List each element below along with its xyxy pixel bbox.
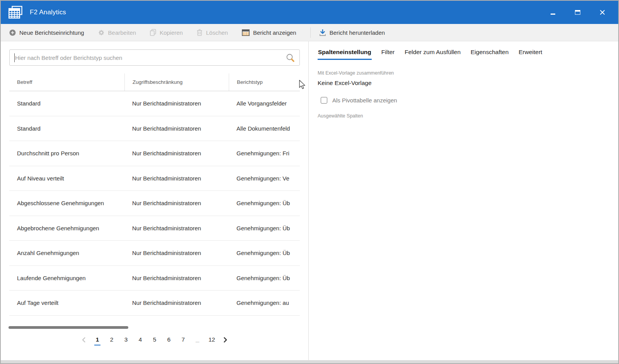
excel-template-label: Mit Excel-Vorlage zusammenführen xyxy=(318,70,609,76)
page-number-button[interactable]: 7 xyxy=(179,333,187,346)
maximize-button[interactable] xyxy=(574,9,581,16)
table-cell: Genehmigungen: Üb xyxy=(229,250,300,256)
table-cell: Nur Berichtadministratoren xyxy=(124,275,229,281)
window-controls xyxy=(549,9,618,16)
table-cell: Anzahl Genehmigungen xyxy=(9,250,124,256)
table-row[interactable]: Auf Tage verteiltNur Berichtadministrato… xyxy=(9,291,300,316)
page-title: F2 Analytics xyxy=(30,9,66,16)
titlebar: F2 Analytics xyxy=(1,1,618,24)
pivot-checkbox-label: Als Pivottabelle anzeigen xyxy=(332,97,397,104)
trash-icon xyxy=(197,29,202,36)
page-numbers: 1234567...12 xyxy=(93,333,216,346)
table-cell: Nur Berichtadministratoren xyxy=(124,200,229,206)
table-cell: Genehmigungen: au xyxy=(229,299,300,306)
table-cell: Genehmigungen: Üb xyxy=(229,200,300,206)
download-report-button[interactable]: Bericht herunterladen xyxy=(319,29,385,36)
search-icon[interactable] xyxy=(285,53,296,65)
plus-circle-icon xyxy=(9,29,16,36)
settings-tabs: Spalteneinstellung Filter Felder zum Aus… xyxy=(318,46,609,60)
tab-felder-zum-ausfuellen[interactable]: Felder zum Ausfüllen xyxy=(404,46,461,60)
close-button[interactable] xyxy=(599,9,606,16)
table-row[interactable]: Abgeschlossene GenehmigungenNur Berichta… xyxy=(9,191,300,216)
tab-erweitert[interactable]: Erweitert xyxy=(518,46,542,60)
table-row[interactable]: StandardNur BerichtadministratorenAlle D… xyxy=(9,116,300,141)
page-number-button[interactable]: 2 xyxy=(107,333,116,346)
main-area: Betreff Zugriffsbeschränkung Berichtstyp… xyxy=(1,41,618,360)
table-cell: Auf Niveau verteilt xyxy=(9,175,124,182)
page-number-button[interactable]: 1 xyxy=(93,333,102,346)
table-cell: Abgeschlossene Genehmigungen xyxy=(9,200,124,206)
table-cell: Nur Berichtadministratoren xyxy=(124,125,229,132)
chevron-right-icon xyxy=(223,337,228,343)
toolbar: Neue Berichtseinrichtung Bearbeiten Kopi… xyxy=(1,24,618,41)
tab-eigenschaften[interactable]: Eigenschaften xyxy=(470,46,509,60)
table-cell: Nur Berichtadministratoren xyxy=(124,150,229,156)
page-number-button[interactable]: 12 xyxy=(207,333,216,346)
minimize-button[interactable] xyxy=(549,9,556,16)
tab-spalteneinstellung[interactable]: Spalteneinstellung xyxy=(318,46,372,60)
table-row[interactable]: Anzahl GenehmigungenNur Berichtadministr… xyxy=(9,241,300,266)
table-header: Betreff Zugriffsbeschränkung Berichtstyp xyxy=(9,73,300,91)
gear-icon xyxy=(98,29,105,36)
prev-page-button[interactable] xyxy=(80,335,87,344)
page-number-button[interactable]: 6 xyxy=(165,333,173,346)
table-cell: Standard xyxy=(9,100,124,107)
report-settings-panel: Spalteneinstellung Filter Felder zum Aus… xyxy=(309,41,618,360)
table-cell: Standard xyxy=(9,125,124,132)
table-row[interactable]: Abgebrochene GenehmigungenNur Berichtadm… xyxy=(9,216,300,241)
table-cell: Nur Berichtadministratoren xyxy=(124,225,229,231)
new-report-button[interactable]: Neue Berichtseinrichtung xyxy=(9,29,84,36)
pagination: 1234567...12 xyxy=(9,333,300,346)
maximize-icon xyxy=(575,10,580,15)
next-page-button[interactable] xyxy=(222,335,229,344)
table-cell: Nur Berichtadministratoren xyxy=(124,250,229,256)
window-bottom-edge xyxy=(1,360,618,363)
text-caret xyxy=(14,53,15,62)
edit-button[interactable]: Bearbeiten xyxy=(98,29,136,36)
table-cell: Nur Berichtadministratoren xyxy=(124,100,229,107)
column-header-zugriffsbeschraenkung[interactable]: Zugriffsbeschränkung xyxy=(124,73,229,91)
report-list-panel: Betreff Zugriffsbeschränkung Berichtstyp… xyxy=(1,41,308,360)
column-header-betreff[interactable]: Betreff xyxy=(9,73,124,91)
app-window: F2 Analytics Neue Berichtseinrichtung Be… xyxy=(0,0,619,364)
pivot-checkbox-row: Als Pivottabelle anzeigen xyxy=(321,97,609,104)
table-cell: Genehmigungen: Ve xyxy=(229,175,300,182)
table-row[interactable]: StandardNur BerichtadministratorenAlle V… xyxy=(9,91,300,116)
tab-filter[interactable]: Filter xyxy=(381,46,395,60)
page-number-button[interactable]: 4 xyxy=(136,333,145,346)
scrollbar-thumb[interactable] xyxy=(9,326,128,329)
page-number-button[interactable]: 3 xyxy=(122,333,130,346)
close-icon xyxy=(600,10,605,15)
table-cell: Nur Berichtadministratoren xyxy=(124,175,229,182)
table-row[interactable]: Laufende GenehmigungenNur Berichtadminis… xyxy=(9,266,300,291)
table-cell: Abgebrochene Genehmigungen xyxy=(9,225,124,231)
table-cell: Alle Dokumentenfeld xyxy=(229,125,300,132)
table-cell: Laufende Genehmigungen xyxy=(9,275,124,281)
report-table-body: StandardNur BerichtadministratorenAlle V… xyxy=(9,91,300,316)
copy-button[interactable]: Kopieren xyxy=(150,29,183,36)
app-logo-icon xyxy=(8,6,23,19)
table-cell: Genehmigungen: Fri xyxy=(229,150,300,156)
table-cell: Durchschnitt pro Person xyxy=(9,150,124,156)
table-row[interactable]: Durchschnitt pro PersonNur Berichtadmini… xyxy=(9,141,300,166)
copy-icon xyxy=(150,29,156,36)
table-cell: Alle Vorgangsfelder xyxy=(229,100,300,107)
table-cell: Nur Berichtadministratoren xyxy=(124,299,229,306)
page-number-button[interactable]: 5 xyxy=(150,333,159,346)
pivot-checkbox[interactable] xyxy=(321,97,327,104)
table-row[interactable]: Auf Niveau verteiltNur Berichtadministra… xyxy=(9,166,300,191)
download-icon xyxy=(319,29,326,36)
show-report-button[interactable]: Bericht anzeigen xyxy=(242,29,296,36)
table-cell: Auf Tage verteilt xyxy=(9,299,124,306)
table-cell: Genehmigungen: Üb xyxy=(229,225,300,231)
minimize-icon xyxy=(551,14,555,15)
report-table-icon xyxy=(242,29,250,36)
chevron-left-icon xyxy=(82,337,86,343)
search-input[interactable] xyxy=(10,50,299,65)
page-ellipsis: ... xyxy=(193,333,202,346)
excel-template-value[interactable]: Keine Excel-Vorlage xyxy=(318,80,609,87)
toolbar-separator xyxy=(310,27,311,38)
delete-button[interactable]: Löschen xyxy=(197,29,228,36)
column-header-berichtstyp[interactable]: Berichtstyp xyxy=(229,73,300,91)
selected-columns-label: Ausgewählte Spalten xyxy=(318,113,609,119)
